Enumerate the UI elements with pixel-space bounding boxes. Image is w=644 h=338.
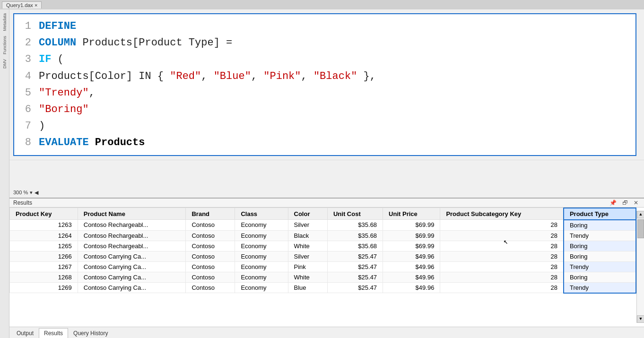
table-cell: Contoso: [186, 282, 235, 293]
table-cell: Economy: [235, 220, 288, 231]
table-cell: 1263: [10, 220, 78, 231]
code-content: "Boring": [39, 101, 89, 118]
column-header[interactable]: Color: [288, 208, 327, 220]
table-cell: 1264: [10, 230, 78, 241]
code-content: EVALUATE Products: [39, 134, 145, 151]
column-header[interactable]: Unit Price: [383, 208, 440, 220]
table-cell: Contoso: [186, 272, 235, 282]
code-line: 5 "Trendy",: [14, 85, 635, 101]
table-cell: Contoso Carrying Ca...: [78, 272, 186, 282]
table-cell: Contoso: [186, 261, 235, 272]
table-cell: $69.99: [383, 241, 440, 251]
table-cell: $25.47: [327, 261, 383, 272]
code-content: IF (: [39, 51, 64, 68]
column-header[interactable]: Unit Cost: [327, 208, 383, 220]
table-cell: Silver: [288, 220, 327, 231]
results-panel: Results 📌 🗗 ✕ Product KeyProduct NameBra…: [9, 198, 644, 338]
table-cell: $49.96: [383, 251, 440, 261]
scroll-down-button[interactable]: ▼: [637, 315, 644, 323]
table-cell: Pink: [288, 261, 327, 272]
column-header[interactable]: Product Key: [10, 208, 78, 220]
code-content: ): [39, 118, 45, 134]
table-row: 1269Contoso Carrying Ca...ContosoEconomy…: [10, 282, 636, 293]
line-number: 8: [18, 134, 31, 151]
table-cell: Contoso Rechargeabl...: [78, 241, 186, 251]
code-content: "Trendy",: [39, 85, 95, 101]
table-cell: Economy: [235, 261, 288, 272]
table-cell: 28: [440, 230, 564, 241]
table-cell: White: [288, 241, 327, 251]
left-sidebar: Metadata Functions DMV: [0, 9, 9, 338]
table-cell: Contoso Carrying Ca...: [78, 261, 186, 272]
pin-button[interactable]: 📌: [608, 199, 618, 206]
table-cell: 28: [440, 220, 564, 231]
table-cell: Black: [288, 230, 327, 241]
table-cell: Contoso Rechargeabl...: [78, 220, 186, 231]
table-row: 1267Contoso Carrying Ca...ContosoEconomy…: [10, 261, 636, 272]
table-cell: Contoso Carrying Ca...: [78, 282, 186, 293]
code-content: Products[Color] IN { "Red", "Blue", "Pin…: [39, 68, 376, 85]
column-header[interactable]: Product Name: [78, 208, 186, 220]
zoom-level: 300 %: [13, 190, 28, 195]
table-cell: Economy: [235, 282, 288, 293]
column-header[interactable]: Product Type: [564, 208, 636, 220]
tab-bar: Query1.dax ×: [0, 0, 644, 9]
code-content: DEFINE: [39, 18, 76, 35]
restore-button[interactable]: 🗗: [620, 199, 630, 206]
table-row: 1264Contoso Rechargeabl...ContosoEconomy…: [10, 230, 636, 241]
bottom-tabs: OutputResultsQuery History: [9, 327, 644, 338]
table-cell: $25.47: [327, 251, 383, 261]
table-row: 1263Contoso Rechargeabl...ContosoEconomy…: [10, 220, 636, 231]
bottom-tab-output[interactable]: Output: [11, 328, 39, 338]
table-cell: $69.99: [383, 220, 440, 231]
results-title: Results: [13, 199, 32, 206]
table-cell: Economy: [235, 230, 288, 241]
code-line: 2 COLUMN Products[Product Type] =: [14, 35, 635, 51]
table-cell: Boring: [564, 220, 636, 231]
scroll-left[interactable]: ◀: [35, 190, 38, 196]
table-cell: Boring: [564, 272, 636, 282]
table-cell: Economy: [235, 272, 288, 282]
table-cell: Contoso: [186, 220, 235, 231]
line-number: 7: [18, 118, 31, 134]
table-cell: 1269: [10, 282, 78, 293]
table-cell: Trendy: [564, 230, 636, 241]
bottom-tab-query-history[interactable]: Query History: [68, 328, 113, 338]
line-number: 3: [18, 51, 31, 68]
code-line: 4 Products[Color] IN { "Red", "Blue", "P…: [14, 68, 635, 85]
table-row: 1266Contoso Carrying Ca...ContosoEconomy…: [10, 251, 636, 261]
table-cell: Boring: [564, 241, 636, 251]
column-header[interactable]: Class: [235, 208, 288, 220]
table-cell: $49.96: [383, 282, 440, 293]
table-cell: Contoso Carrying Ca...: [78, 251, 186, 261]
line-number: 5: [18, 85, 31, 101]
sidebar-functions[interactable]: Functions: [1, 34, 8, 56]
table-cell: 1266: [10, 251, 78, 261]
line-number: 4: [18, 68, 31, 85]
scroll-thumb[interactable]: [637, 219, 644, 238]
table-cell: 28: [440, 261, 564, 272]
zoom-arrow[interactable]: ▾: [30, 190, 33, 196]
table-cell: Contoso Rechargeabl...: [78, 230, 186, 241]
sidebar-dmv[interactable]: DMV: [1, 57, 8, 70]
table-row: 1265Contoso Rechargeabl...ContosoEconomy…: [10, 241, 636, 251]
table-cell: 28: [440, 282, 564, 293]
query-tab[interactable]: Query1.dax ×: [2, 1, 42, 9]
table-row: 1268Contoso Carrying Ca...ContosoEconomy…: [10, 272, 636, 282]
close-button[interactable]: ✕: [632, 199, 640, 206]
code-editor[interactable]: 1DEFINE2 COLUMN Products[Product Type] =…: [13, 13, 636, 156]
line-number: 6: [18, 101, 31, 118]
results-header: Results 📌 🗗 ✕: [9, 199, 644, 208]
results-table-container[interactable]: Product KeyProduct NameBrandClassColorUn…: [9, 208, 636, 327]
bottom-tab-results[interactable]: Results: [39, 328, 68, 338]
scroll-up-button[interactable]: ▲: [637, 211, 644, 218]
column-header[interactable]: Brand: [186, 208, 235, 220]
vertical-scrollbar[interactable]: ▲ ▼: [636, 211, 644, 323]
column-header[interactable]: Product Subcategory Key: [440, 208, 564, 220]
table-cell: 28: [440, 251, 564, 261]
code-line: 7 ): [14, 118, 635, 134]
code-line: 3 IF (: [14, 51, 635, 68]
table-cell: Contoso: [186, 251, 235, 261]
table-cell: Blue: [288, 282, 327, 293]
sidebar-metadata[interactable]: Metadata: [1, 11, 8, 33]
